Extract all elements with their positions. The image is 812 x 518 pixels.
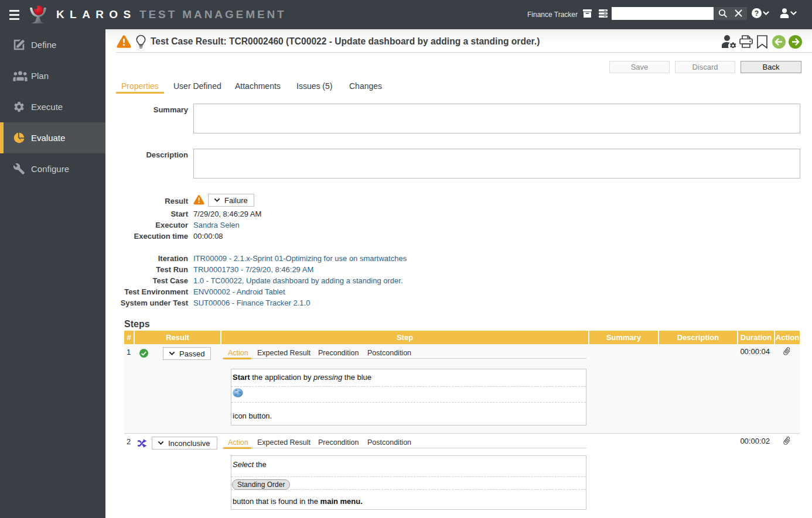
svg-text:?: ? <box>755 9 759 18</box>
